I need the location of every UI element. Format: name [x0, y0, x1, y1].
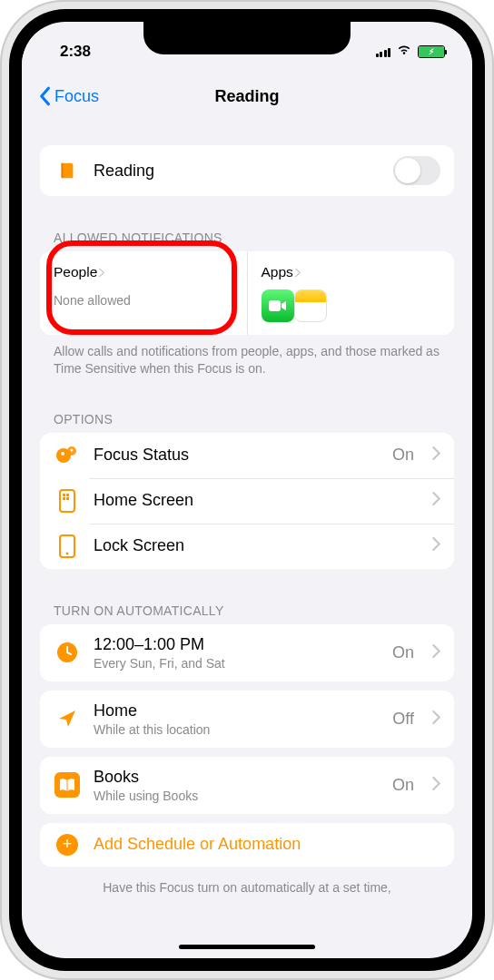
clock-icon — [54, 641, 81, 664]
app-automation-row[interactable]: Books While using Books On — [40, 757, 454, 814]
svg-point-12 — [66, 552, 69, 554]
notes-app-icon — [294, 289, 327, 322]
focus-name-label: Reading — [94, 162, 380, 181]
svg-rect-0 — [62, 163, 64, 179]
focus-name-row[interactable]: Reading — [40, 145, 454, 196]
home-screen-label: Home Screen — [94, 491, 414, 510]
lock-screen-row[interactable]: Lock Screen — [40, 524, 454, 569]
book-icon — [54, 161, 81, 181]
people-sub: None allowed — [54, 293, 233, 308]
auto-footer: Have this Focus turn on automatically at… — [40, 867, 454, 897]
svg-rect-8 — [66, 494, 69, 496]
chevron-right-icon — [432, 644, 440, 662]
svg-rect-7 — [63, 494, 65, 496]
battery-icon: ⚡︎ — [418, 45, 445, 58]
svg-point-5 — [71, 448, 74, 451]
plus-icon: + — [56, 834, 78, 856]
auto-header: TURN ON AUTOMATICALLY — [40, 603, 454, 624]
focus-status-label: Focus Status — [94, 446, 380, 465]
focus-status-row[interactable]: Focus Status On — [40, 433, 454, 478]
lock-screen-icon — [54, 534, 81, 558]
location-sub: While at this location — [94, 722, 380, 737]
focus-toggle[interactable] — [393, 156, 440, 185]
home-screen-row[interactable]: Home Screen — [40, 478, 454, 524]
chevron-right-icon — [294, 268, 301, 278]
location-value: Off — [392, 710, 414, 729]
focus-status-value: On — [392, 446, 414, 465]
facetime-app-icon — [262, 289, 294, 322]
svg-rect-9 — [63, 497, 65, 500]
app-automation-value: On — [392, 776, 414, 795]
allowed-footer: Allow calls and notifications from peopl… — [40, 335, 454, 377]
app-automation-sub: While using Books — [94, 789, 380, 803]
apps-button[interactable]: Apps — [248, 251, 455, 335]
svg-rect-10 — [66, 497, 69, 500]
people-label: People — [54, 264, 97, 280]
back-label: Focus — [54, 87, 99, 106]
focus-status-icon — [54, 444, 81, 467]
apps-label: Apps — [262, 264, 293, 280]
lock-screen-label: Lock Screen — [94, 536, 414, 555]
back-button[interactable]: Focus — [38, 86, 99, 106]
app-automation-label: Books — [94, 768, 380, 787]
page-title: Reading — [214, 87, 279, 106]
chevron-right-icon — [432, 710, 440, 728]
nav-bar: Focus Reading — [22, 74, 472, 118]
options-header: OPTIONS — [40, 412, 454, 433]
location-row[interactable]: Home While at this location Off — [40, 691, 454, 748]
cellular-icon — [376, 46, 391, 57]
chevron-right-icon — [432, 446, 440, 464]
people-button[interactable]: People None allowed — [40, 251, 248, 335]
books-app-icon — [54, 772, 81, 798]
chevron-left-icon — [38, 86, 51, 106]
schedule-sub: Every Sun, Fri, and Sat — [94, 656, 380, 671]
schedule-value: On — [392, 643, 414, 662]
add-schedule-label: Add Schedule or Automation — [94, 835, 301, 854]
svg-rect-1 — [269, 300, 281, 311]
home-screen-icon — [54, 489, 81, 513]
wifi-icon — [396, 43, 412, 61]
add-schedule-row[interactable]: + Add Schedule or Automation — [40, 823, 454, 867]
phone-frame: 2:38 ⚡︎ Focus Reading — [0, 0, 494, 980]
location-icon — [54, 708, 81, 730]
chevron-right-icon — [432, 777, 440, 794]
allowed-header: ALLOWED NOTIFICATIONS — [40, 230, 454, 251]
svg-point-4 — [61, 452, 64, 456]
chevron-right-icon — [432, 537, 440, 554]
notch — [143, 22, 351, 54]
home-indicator[interactable] — [179, 945, 315, 949]
chevron-right-icon — [432, 492, 440, 509]
location-label: Home — [94, 701, 380, 720]
schedule-label: 12:00–1:00 PM — [94, 635, 380, 654]
chevron-right-icon — [98, 268, 104, 278]
svg-rect-6 — [60, 490, 74, 512]
schedule-row[interactable]: 12:00–1:00 PM Every Sun, Fri, and Sat On — [40, 624, 454, 681]
status-time: 2:38 — [60, 43, 91, 61]
